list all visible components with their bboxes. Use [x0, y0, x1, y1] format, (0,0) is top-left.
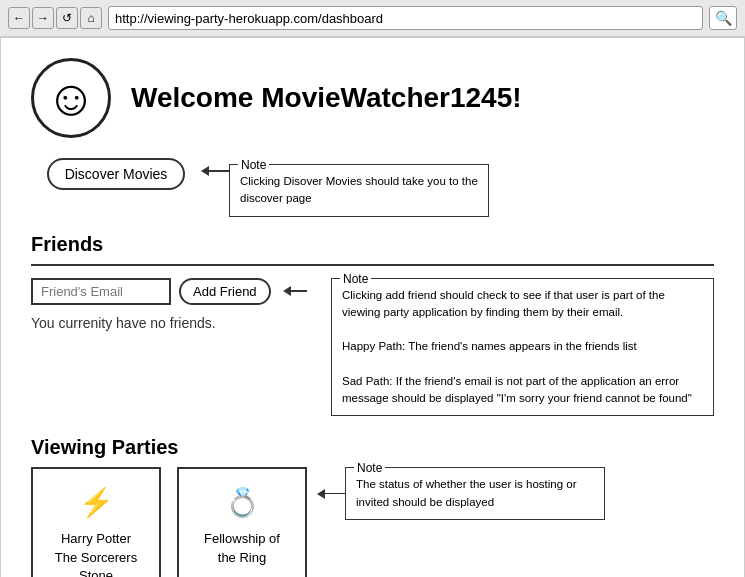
browser-search-button[interactable]: 🔍	[709, 6, 737, 30]
friends-right: Note Clicking add friend should check to…	[331, 278, 714, 417]
address-bar[interactable]	[108, 6, 703, 30]
friends-note-label: Note	[340, 270, 371, 288]
status-note-text: The status of whether the user is hostin…	[356, 478, 577, 507]
friends-left: Add Friend You currenity have no friends…	[31, 278, 331, 331]
nav-buttons: ← → ↺ ⌂	[8, 7, 102, 29]
viewing-parties-title: Viewing Parties	[31, 436, 714, 459]
no-friends-message: You currenity have no friends.	[31, 315, 331, 331]
discover-movies-button[interactable]: Discover Movies	[47, 158, 186, 190]
home-button[interactable]: ⌂	[80, 7, 102, 29]
browser-chrome: ← → ↺ ⌂ 🔍	[0, 0, 745, 37]
status-arrow-container: Note The status of whether the user is h…	[317, 467, 714, 520]
welcome-heading: Welcome MovieWatcher1245!	[131, 82, 522, 114]
header: ☺ Welcome MovieWatcher1245!	[31, 58, 714, 138]
discover-note: Note Clicking Disover Movies should take…	[229, 164, 489, 217]
status-note-label: Note	[354, 459, 385, 477]
discover-note-text: Clicking Disover Movies should take you …	[240, 175, 478, 204]
friends-note-sad-path: Sad Path: If the friend's email is not p…	[342, 375, 692, 404]
back-button[interactable]: ←	[8, 7, 30, 29]
friends-note: Note Clicking add friend should check to…	[331, 278, 714, 417]
party-card-lotr[interactable]: 💍 Fellowship ofthe Ring December 11, 202…	[177, 467, 307, 577]
friends-note-text: Clicking add friend should check to see …	[342, 289, 665, 318]
viewing-parties-section: Viewing Parties ⚡ Harry PotterThe Sorcer…	[31, 436, 714, 577]
friends-input-row: Add Friend	[31, 278, 331, 305]
party-title-lotr: Fellowship ofthe Ring	[204, 530, 280, 566]
friends-row: Add Friend You currenity have no friends…	[31, 278, 714, 417]
friend-email-input[interactable]	[31, 278, 171, 305]
party-icon-lotr: 💍	[225, 483, 260, 522]
parties-row: ⚡ Harry PotterThe SorcerersStone Decembe…	[31, 467, 714, 577]
refresh-button[interactable]: ↺	[56, 7, 78, 29]
discover-note-label: Note	[238, 156, 269, 174]
status-arrow-tip	[317, 489, 325, 499]
discover-arrow-line	[209, 170, 229, 172]
discover-left: Discover Movies	[31, 158, 201, 190]
friends-title: Friends	[31, 233, 714, 256]
friends-arrow	[283, 286, 307, 296]
discover-row: Discover Movies Note Clicking Disover Mo…	[31, 158, 714, 217]
friends-arrow-line	[291, 290, 307, 292]
friends-note-happy-path: Happy Path: The friend's names appears i…	[342, 340, 637, 352]
party-card-hp[interactable]: ⚡ Harry PotterThe SorcerersStone Decembe…	[31, 467, 161, 577]
parties-right: Note The status of whether the user is h…	[307, 467, 714, 526]
status-note: Note The status of whether the user is h…	[345, 467, 605, 520]
avatar: ☺	[31, 58, 111, 138]
party-title-hp: Harry PotterThe SorcerersStone	[55, 530, 137, 577]
status-arrow-line	[325, 493, 345, 495]
friends-section: Friends Add Friend You currenity have no…	[31, 233, 714, 417]
page-content: ☺ Welcome MovieWatcher1245! Discover Mov…	[0, 37, 745, 577]
party-icon-hp: ⚡	[79, 483, 114, 522]
forward-button[interactable]: →	[32, 7, 54, 29]
friends-divider	[31, 264, 714, 266]
parties-left: ⚡ Harry PotterThe SorcerersStone Decembe…	[31, 467, 307, 577]
friends-arrow-tip	[283, 286, 291, 296]
discover-arrow-tip	[201, 166, 209, 176]
add-friend-button[interactable]: Add Friend	[179, 278, 271, 305]
discover-arrow	[201, 166, 229, 176]
discover-note-section: Note Clicking Disover Movies should take…	[201, 164, 489, 217]
